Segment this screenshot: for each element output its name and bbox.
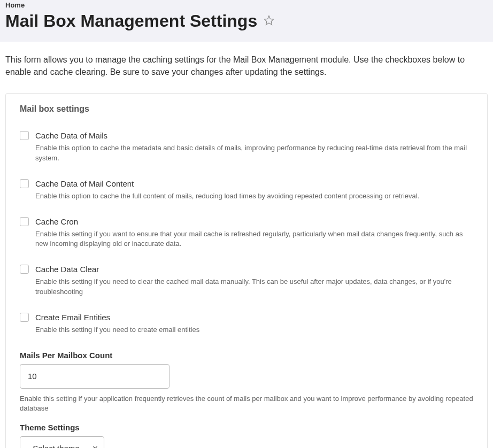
mails-per-mailbox-field: Mails Per Mailbox Count Enable this sett… — [20, 351, 473, 413]
theme-settings-select[interactable]: - Select theme - — [20, 436, 104, 448]
breadcrumb-home[interactable]: Home — [5, 0, 488, 11]
check-create-email-entities-label: Create Email Entities — [35, 313, 110, 322]
check-cache-cron-desc: Enable this setting if you want to ensur… — [35, 229, 473, 249]
page-title-row: Mail Box Management Settings — [5, 11, 488, 31]
check-cache-mail-content: Cache Data of Mail Content Enable this o… — [20, 179, 473, 201]
theme-settings-label: Theme Settings — [20, 423, 473, 432]
check-create-email-entities-input[interactable] — [20, 313, 29, 322]
check-cache-data-clear-input[interactable] — [20, 265, 29, 274]
check-cache-cron-input[interactable] — [20, 217, 29, 226]
settings-panel: Mail box settings Cache Data of Mails En… — [5, 93, 488, 448]
check-cache-mails-desc: Enable this option to cache the metadata… — [35, 143, 473, 163]
favorite-star-icon[interactable] — [264, 15, 274, 28]
check-cache-data-clear-desc: Enable this setting if you need to clear… — [35, 277, 473, 296]
panel-title: Mail box settings — [20, 104, 473, 114]
check-cache-mails-input[interactable] — [20, 131, 29, 140]
theme-settings-field: Theme Settings - Select theme - Select t… — [20, 423, 473, 448]
check-cache-cron-label: Cache Cron — [35, 217, 78, 226]
mails-per-mailbox-desc: Enable this setting if your application … — [20, 394, 473, 413]
check-cache-mails: Cache Data of Mails Enable this option t… — [20, 131, 473, 163]
mails-per-mailbox-input[interactable] — [20, 364, 170, 389]
header-bar: Home Mail Box Management Settings — [0, 0, 493, 42]
check-cache-mail-content-input[interactable] — [20, 179, 29, 188]
intro-text: This form allows you to manage the cachi… — [0, 42, 493, 93]
check-create-email-entities-desc: Enable this setting if you need to creat… — [35, 325, 473, 335]
mails-per-mailbox-label: Mails Per Mailbox Count — [20, 351, 473, 360]
page-title: Mail Box Management Settings — [5, 11, 257, 31]
check-cache-data-clear-label: Cache Data Clear — [35, 265, 99, 274]
check-cache-data-clear: Cache Data Clear Enable this setting if … — [20, 265, 473, 296]
check-cache-mails-label: Cache Data of Mails — [35, 131, 107, 140]
svg-marker-0 — [265, 16, 274, 25]
check-cache-cron: Cache Cron Enable this setting if you wa… — [20, 217, 473, 249]
check-cache-mail-content-label: Cache Data of Mail Content — [35, 179, 134, 188]
check-cache-mail-content-desc: Enable this option to cache the full con… — [35, 191, 473, 201]
check-create-email-entities: Create Email Entities Enable this settin… — [20, 313, 473, 335]
